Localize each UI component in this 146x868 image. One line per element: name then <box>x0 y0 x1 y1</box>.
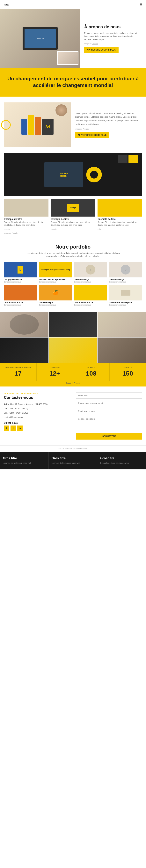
footer-text-2: Exemple de texte pour page web <box>100 462 143 465</box>
social-title: Suivez-nous <box>4 422 70 424</box>
contact-info: Addr: Unit 37 Spencer Avenue, 231 456 78… <box>4 402 70 419</box>
hero-credit-link[interactable]: Freepik <box>92 43 98 45</box>
team-photo-5 <box>49 338 97 363</box>
stats-credit-link[interactable]: Freepik <box>74 382 80 384</box>
navbar: logo ≡ <box>0 0 146 9</box>
portfolio-item-cat-3: Conception graphique <box>109 281 142 283</box>
footer-title-2: Gros titre <box>100 457 143 460</box>
device-card-title-0: Exemple de titre <box>4 218 48 220</box>
contact-title: Contactez-nous <box>4 395 70 400</box>
portfolio-item-title-5: bouteille de jus <box>39 302 72 304</box>
nav-hamburger[interactable]: ≡ <box>140 2 142 7</box>
portfolio-title: Notre portfolio <box>4 244 142 250</box>
form-email-input[interactable] <box>76 400 142 406</box>
device-card-tag-1: Freepik <box>51 228 57 230</box>
device-card-tag-2: Plick <box>98 228 101 230</box>
form-phone-input[interactable] <box>76 408 142 414</box>
footer-col-1: Gros titre Exemple de texte pour page we… <box>49 452 97 469</box>
portfolio-item-4[interactable]: Conception d'affiche Conception graphiqu… <box>4 285 37 306</box>
portfolio-item-title-1: Site Web de conception Web <box>39 278 72 281</box>
portfolio-item-6[interactable]: Conception d'affiche Conception graphiqu… <box>74 285 107 306</box>
team-photo-6 <box>98 338 146 363</box>
form-message-input[interactable] <box>76 416 142 431</box>
social-twitter-icon[interactable]: t <box>10 426 16 431</box>
hero-section: About Us À propos de nous Et nam ad rem … <box>0 9 146 68</box>
portfolio-item-title-7: Une identité d'entreprise <box>109 302 142 304</box>
mockup-credit-link[interactable]: Freepik <box>83 128 88 130</box>
hero-image-area: About Us <box>0 9 80 68</box>
form-submit-button[interactable]: SOUMETTRE <box>76 433 142 440</box>
footer: Gros titre Exemple de texte pour page we… <box>0 452 146 469</box>
stat-label-0: RÉCOMPENSES REMPORTÉES <box>2 367 34 369</box>
portfolio-item-cat-6: Conception graphique <box>74 304 107 306</box>
portfolio-item-title-2: Création de logo <box>74 278 107 281</box>
mockup-credit: Image de Freepik <box>75 128 142 130</box>
device-card-text-2: Sample Cick clic alien lorem bac, tors c… <box>98 221 142 226</box>
contact-left: REJOIGNEZ NOTRE NEWSLETTER Contactez-nou… <box>4 392 70 440</box>
device-card-title-1: Exemple de titre <box>51 218 96 220</box>
hero-title: À propos de nous <box>84 24 142 30</box>
portfolio-item-title-4: Conception d'affiche <box>4 302 37 304</box>
devices-credit: Image de Freepik <box>4 232 142 234</box>
team-photo-1 <box>0 312 48 337</box>
portfolio-item-3[interactable]: ◇ Création de logo Conception graphique <box>109 262 142 283</box>
stat-value-1: 12+ <box>39 370 71 377</box>
portfolio-item-cat-4: Conception graphique <box>4 304 37 306</box>
portfolio-item-7[interactable]: Une identité d'entreprise Conception gra… <box>109 285 142 306</box>
stat-value-2: 108 <box>75 370 107 377</box>
portfolio-item-title-6: Conception d'affiche <box>74 302 107 304</box>
footer-col-0: Gros titre Exemple de texte pour page we… <box>0 452 49 469</box>
mockup-text: Lorem ipsum dolor sit amet, consectetur … <box>75 112 142 126</box>
mockup-cta-button[interactable]: APPRENDRE ENCORE PLUS <box>75 132 109 138</box>
footer-title-0: Gros titre <box>3 457 45 460</box>
portfolio-item-cat-1: Conception graphique <box>39 281 72 283</box>
stat-value-3: 150 <box>112 370 144 377</box>
stats-credit: Image de Freepik <box>0 381 146 386</box>
circle-decoration <box>1 120 11 130</box>
contact-copyright: ©2024 Politique de confidentialité <box>0 445 146 452</box>
mockup-section: A4 Lorem ipsum dolor sit amet, consectet… <box>0 97 146 153</box>
stat-item-0: RÉCOMPENSES REMPORTÉES 17 <box>0 363 37 381</box>
team-section <box>0 312 146 363</box>
portfolio-item-1[interactable]: Strategy & Management Consulting Site We… <box>39 262 72 283</box>
stats-section: RÉCOMPENSES REMPORTÉES 17 ANNÉES D'E 12+… <box>0 363 146 381</box>
portfolio-item-2[interactable]: △ Création de logo Conception graphique <box>74 262 107 283</box>
portfolio-item-cat-5: Conception graphique <box>39 304 72 306</box>
hero-text: Et nam ad rem et non lectus exercitation… <box>84 32 142 41</box>
social-linkedin-icon[interactable]: in <box>17 426 23 431</box>
social-icons-row: f t in <box>4 426 70 431</box>
footer-text-1: Exemple de texte pour page web <box>51 462 94 465</box>
device-card-title-2: Exemple de titre <box>98 218 142 220</box>
device-card-0: Exemple de titre Sample Cick clic alien … <box>4 199 48 230</box>
hero-content: À propos de nous Et nam ad rem et non le… <box>80 9 146 68</box>
device-card-text-1: Sample Cick clic alien lorem bac, tors c… <box>51 221 96 226</box>
device-card-text-0: Sample Cick clic alien lorem bac, tors c… <box>4 221 48 226</box>
hero-cta-button[interactable]: APPRENDRE ENCORE PLUS <box>84 47 118 53</box>
mockup-image: A4 <box>4 102 71 147</box>
portfolio-item-0[interactable]: b Campagne d'affiche Conception graphiqu… <box>4 262 37 283</box>
team-photo-2 <box>49 312 97 337</box>
devices-main-image: mockupdesign <box>4 153 142 196</box>
social-facebook-icon[interactable]: f <box>4 426 9 431</box>
form-name-input[interactable] <box>76 392 142 399</box>
devices-credit-link[interactable]: Freepik <box>12 232 17 234</box>
devices-section: mockupdesign Exemple de titre Sample Cic… <box>0 153 146 238</box>
footer-text-0: Exemple de texte pour page web <box>3 462 45 465</box>
portfolio-item-title-3: Création de logo <box>109 278 142 281</box>
portfolio-item-5[interactable]: 🍊 bouteille de jus Conception graphique <box>39 285 72 306</box>
contact-section: REJOIGNEZ NOTRE NEWSLETTER Contactez-nou… <box>0 386 146 445</box>
device-card-1: Design Exemple de titre Sample Cick clic… <box>51 199 96 230</box>
contact-form: SOUMETTRE <box>76 392 142 440</box>
brand-title: Un changement de marque essentiel pour c… <box>6 75 140 89</box>
brand-section: Un changement de marque essentiel pour c… <box>0 68 146 97</box>
portfolio-item-cat-0: Conception graphique <box>4 281 37 283</box>
mockup-content: Lorem ipsum dolor sit amet, consectetur … <box>75 112 142 138</box>
nav-logo[interactable]: logo <box>4 3 9 6</box>
stat-label-3: PROJETS <box>112 367 144 369</box>
contact-right: SOUMETTRE <box>76 392 142 440</box>
hero-small-img <box>57 51 78 65</box>
newsletter-label: REJOIGNEZ NOTRE NEWSLETTER <box>4 392 70 394</box>
devices-cards: Exemple de titre Sample Cick clic alien … <box>4 199 142 230</box>
stat-label-1: ANNÉES D'E <box>39 367 71 369</box>
portfolio-header: Notre portfolio Lorem ipsum dolor sit am… <box>4 244 142 258</box>
